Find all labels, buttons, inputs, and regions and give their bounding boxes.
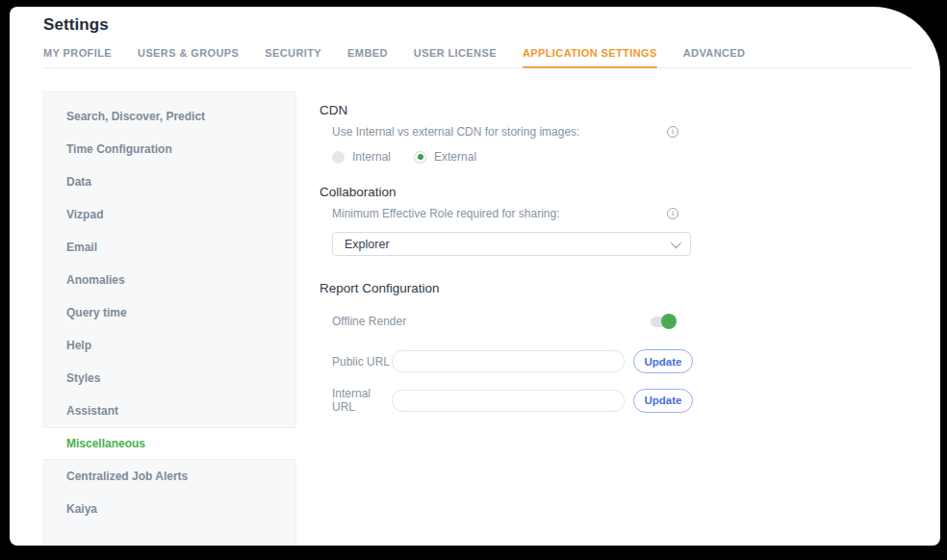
- public-url-label: Public URL: [332, 355, 392, 369]
- offline-render-label: Offline Render: [332, 315, 406, 328]
- sidebar-item-time-configuration[interactable]: Time Configuration: [44, 133, 295, 165]
- sidebar-item-search-discover-predict[interactable]: Search, Discover, Predict: [44, 100, 295, 133]
- internal-url-input[interactable]: [392, 390, 625, 412]
- cdn-radio-external[interactable]: External: [414, 150, 476, 164]
- settings-sidebar: Search, Discover, Predict Time Configura…: [43, 91, 296, 546]
- sidebar-item-email[interactable]: Email: [44, 231, 295, 264]
- sidebar-item-help[interactable]: Help: [44, 329, 295, 362]
- tab-users-groups[interactable]: USERS & GROUPS: [138, 47, 239, 67]
- tab-my-profile[interactable]: MY PROFILE: [43, 47, 112, 67]
- report-section-heading: Report Configuration: [320, 281, 691, 295]
- cdn-section-heading: CDN: [320, 103, 691, 117]
- header: Settings MY PROFILE USERS & GROUPS SECUR…: [10, 7, 940, 68]
- sidebar-item-data[interactable]: Data: [44, 165, 295, 198]
- sidebar-item-anomalies[interactable]: Anomalies: [44, 264, 295, 296]
- tab-user-license[interactable]: USER LICENSE: [414, 47, 497, 67]
- internal-url-update-button[interactable]: Update: [633, 389, 693, 413]
- sidebar-item-assistant[interactable]: Assistant: [44, 395, 295, 427]
- cdn-external-label: External: [434, 150, 476, 164]
- tab-embed[interactable]: EMBED: [347, 47, 388, 67]
- role-select-value: Explorer: [345, 238, 390, 251]
- settings-window: Settings MY PROFILE USERS & GROUPS SECUR…: [10, 7, 940, 546]
- cdn-radio-internal[interactable]: Internal: [332, 150, 391, 164]
- radio-selected-icon: [414, 151, 426, 164]
- radio-unselected-icon: [332, 151, 345, 164]
- sidebar-item-miscellaneous[interactable]: Miscellaneous: [43, 427, 296, 460]
- page-title: Settings: [43, 15, 911, 35]
- collaboration-info-icon[interactable]: i: [667, 208, 678, 219]
- public-url-input[interactable]: [392, 350, 625, 372]
- internal-url-label: Internal URL: [332, 387, 392, 414]
- sidebar-item-centralized-job-alerts[interactable]: Centralized Job Alerts: [44, 460, 295, 493]
- role-select[interactable]: Explorer: [332, 232, 691, 256]
- chevron-down-icon: [671, 237, 681, 247]
- cdn-description: Use Internal vs external CDN for storing…: [332, 125, 579, 139]
- public-url-update-button[interactable]: Update: [633, 349, 693, 373]
- cdn-internal-label: Internal: [352, 150, 391, 164]
- tab-application-settings[interactable]: APPLICATION SETTINGS: [523, 47, 657, 67]
- tab-security[interactable]: SECURITY: [265, 47, 321, 67]
- main-panel: CDN Use Internal vs external CDN for sto…: [296, 91, 691, 546]
- offline-render-toggle[interactable]: [651, 317, 675, 327]
- cdn-radio-group: Internal External: [332, 150, 691, 164]
- sidebar-item-kaiya[interactable]: Kaiya: [44, 493, 295, 525]
- tab-bar: MY PROFILE USERS & GROUPS SECURITY EMBED…: [43, 47, 911, 68]
- collaboration-section-heading: Collaboration: [320, 185, 691, 199]
- sidebar-item-styles[interactable]: Styles: [44, 362, 295, 395]
- tab-advanced[interactable]: ADVANCED: [683, 47, 746, 67]
- content-area: Search, Discover, Predict Time Configura…: [10, 91, 940, 546]
- sidebar-item-query-time[interactable]: Query time: [44, 296, 295, 329]
- cdn-info-icon[interactable]: i: [667, 126, 678, 138]
- collaboration-description: Minimum Effective Role required for shar…: [332, 207, 560, 220]
- sidebar-item-vizpad[interactable]: Vizpad: [44, 198, 295, 231]
